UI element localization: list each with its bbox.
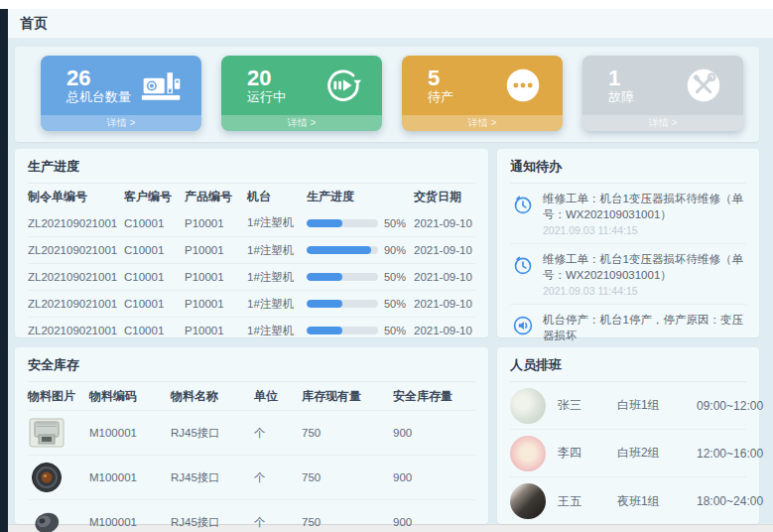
shift-time: 12:00~16:00: [697, 447, 763, 461]
shift-time: 09:00~12:00: [697, 399, 763, 413]
card-value: 5: [428, 66, 453, 90]
progress-bar: [307, 219, 378, 227]
machine-name: 1#注塑机: [247, 324, 307, 338]
safety-stock: 900: [393, 471, 477, 483]
delivery-date: 2021-09-10: [414, 217, 477, 229]
material-name: RJ45接口: [171, 426, 254, 441]
inventory-table-header: 物料图片 物料编码 物料名称 单位 库存现有量 安全库存量: [28, 382, 475, 410]
customer-no: C10001: [124, 244, 185, 256]
order-no: ZL202109021001: [28, 298, 124, 310]
card-total-machines[interactable]: 26 总机台数量: [41, 56, 201, 131]
tools-icon: [682, 66, 725, 105]
order-no: ZL202109021001: [28, 271, 124, 283]
progress-percent: 50%: [384, 325, 406, 336]
production-table-header: 制令单编号 客户编号 产品编号 机台 生产进度 交货日期: [28, 184, 475, 209]
inventory-row: M100001RJ45接口个750900: [28, 455, 475, 499]
main-content: 26 总机台数量: [8, 39, 773, 524]
customer-no: C10001: [124, 298, 185, 310]
stock-on-hand: 750: [302, 471, 393, 483]
material-code: M100001: [89, 471, 171, 483]
production-row: ZL202109021001C10001P100011#注塑机50%2021-0…: [28, 209, 475, 236]
notification-text: 维修工单：机台1变压器损坏待维修（单号：WX202109031001）: [543, 252, 746, 283]
delivery-date: 2021-09-10: [414, 325, 477, 336]
card-label: 运行中: [247, 90, 286, 105]
card-detail-link[interactable]: 详情 >: [582, 115, 743, 131]
product-no: P10001: [185, 217, 247, 229]
card-value: 26: [66, 66, 131, 90]
card-fault[interactable]: 1 故障 详情 >: [582, 56, 743, 131]
avatar: [510, 388, 546, 424]
progress-percent: 50%: [384, 298, 406, 310]
customer-no: C10001: [124, 217, 185, 229]
machine-name: 1#注塑机: [247, 297, 307, 312]
card-running[interactable]: 20 运行中 详情 >: [221, 56, 382, 131]
card-detail-link[interactable]: 详情 >: [402, 115, 563, 131]
material-code: M100001: [89, 427, 171, 439]
stock-on-hand: 750: [302, 427, 393, 439]
machine-name: 1#注塑机: [247, 215, 307, 230]
safety-stock-panel: 安全库存 物料图片 物料编码 物料名称 单位 库存现有量 安全库存量 M1000…: [15, 347, 488, 524]
card-detail-link[interactable]: 详情 >: [221, 115, 382, 131]
progress-percent: 90%: [384, 244, 406, 256]
dashboard-page: 首页 26 总机台数量: [0, 0, 773, 532]
top-strip: [0, 0, 773, 9]
production-row: ZL202109021001C10001P100011#注塑机50%2021-0…: [28, 263, 475, 290]
running-icon: [321, 66, 364, 105]
panel-title: 安全库存: [28, 356, 475, 382]
inventory-row: M100001RJ45接口个750900: [28, 410, 475, 455]
notification-item[interactable]: 维修工单：机台1变压器损坏待维修（单号：WX202109031001）2021.…: [510, 184, 746, 244]
notification-text: 维修工单：机台1变压器损坏待维修（单号：WX202109031001）: [543, 192, 746, 222]
material-unit: 个: [254, 515, 302, 530]
avatar: [510, 436, 546, 471]
safety-stock: 900: [393, 427, 477, 439]
breadcrumb-bar: 首页: [8, 9, 773, 39]
product-no: P10001: [185, 298, 247, 310]
order-no: ZL202109021001: [28, 244, 124, 256]
stat-cards-panel: 26 总机台数量: [15, 47, 759, 142]
card-label: 待产: [428, 90, 453, 105]
material-name: RJ45接口: [171, 515, 254, 530]
product-no: P10001: [185, 271, 247, 283]
personnel-schedule-panel: 人员排班 张三白班1组09:00~12:00李四白班2组12:00~16:00王…: [497, 347, 759, 524]
material-name: RJ45接口: [171, 470, 254, 485]
ellipsis-icon: [501, 66, 545, 105]
stock-on-hand: 750: [302, 516, 393, 528]
shift-name: 白班1组: [617, 397, 697, 414]
shift-name: 白班2组: [617, 445, 697, 462]
notifications-panel: 通知待办 维修工单：机台1变压器损坏待维修（单号：WX202109031001）…: [497, 149, 759, 337]
production-row: ZL202109021001C10001P100011#注塑机50%2021-0…: [28, 317, 475, 343]
schedule-list: 张三白班1组09:00~12:00李四白班2组12:00~16:00王五夜班1组…: [510, 382, 746, 525]
shift-name: 夜班1组: [617, 493, 697, 510]
panel-title: 生产进度: [28, 158, 475, 184]
product-no: P10001: [185, 325, 247, 336]
collapsed-sidebar-strip: [0, 9, 8, 532]
production-row: ZL202109021001C10001P100011#注塑机50%2021-0…: [28, 290, 475, 317]
product-no: P10001: [185, 244, 247, 256]
shift-time: 18:00~24:00: [697, 494, 763, 508]
material-unit: 个: [254, 470, 302, 485]
customer-no: C10001: [124, 325, 185, 336]
page-title: 首页: [20, 15, 48, 33]
person-name: 李四: [558, 445, 617, 462]
schedule-row: 李四白班2组12:00~16:00: [510, 430, 746, 477]
card-detail-link[interactable]: 详情 >: [41, 115, 201, 131]
card-waiting[interactable]: 5 待产 详情 >: [402, 56, 563, 131]
delivery-date: 2021-09-10: [414, 271, 477, 283]
notification-text: 机台停产：机台1停产，停产原因：变压器损坏: [543, 313, 746, 343]
delivery-date: 2021-09-10: [414, 298, 477, 310]
schedule-row: 张三白班1组09:00~12:00: [510, 382, 746, 430]
rj45-connector: [28, 417, 65, 449]
material-code: M100001: [89, 516, 171, 528]
clock-icon: [512, 254, 534, 276]
machine-name: 1#注塑机: [247, 243, 307, 258]
customer-no: C10001: [124, 271, 185, 283]
notification-item[interactable]: 维修工单：机台1变压器损坏待维修（单号：WX202109031001）2021.…: [510, 244, 746, 305]
notification-time: 2021.09.03 11:44:15: [543, 285, 746, 297]
inventory-row: M100001RJ45接口个750900: [28, 499, 475, 532]
progress-bar: [307, 273, 378, 281]
production-progress-panel: 生产进度 制令单编号 客户编号 产品编号 机台 生产进度 交货日期 ZL2021…: [15, 149, 488, 337]
card-value: 1: [608, 66, 634, 90]
order-no: ZL202109021001: [28, 325, 124, 336]
card-label: 故障: [608, 90, 634, 105]
speaker-cone: [28, 506, 65, 532]
